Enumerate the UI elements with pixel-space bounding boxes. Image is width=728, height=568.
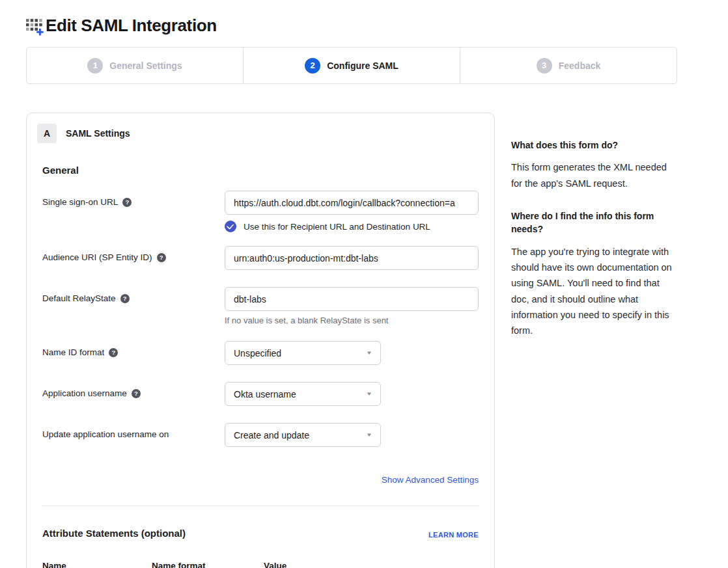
- help-icon[interactable]: ?: [122, 198, 132, 207]
- saml-form: Single sign-on URL? Use this for Recipie…: [42, 191, 479, 447]
- chevron-down-icon: ▼: [366, 391, 372, 397]
- saml-settings-panel: A SAML Settings General Single sign-on U…: [26, 113, 495, 568]
- section-a-badge: A: [37, 124, 57, 143]
- column-name-format: Name format: [152, 561, 264, 568]
- sso-url-label: Single sign-on URL?: [42, 191, 225, 207]
- relay-state-label-text: Default RelayState: [42, 293, 116, 303]
- form-row-name-id-format: Name ID format? Unspecified ▼: [42, 341, 479, 365]
- attribute-table-header: Name Name format Value: [42, 561, 479, 568]
- help-icon[interactable]: ?: [109, 348, 118, 357]
- advanced-link-row: Show Advanced Settings: [42, 474, 479, 485]
- app-username-select[interactable]: Okta username ▼: [225, 382, 381, 406]
- step-3-circle: 3: [537, 58, 552, 74]
- form-row-app-username: Application username? Okta username ▼: [42, 382, 479, 406]
- panel-header: A SAML Settings: [27, 113, 494, 143]
- page-title: Edit SAML Integration: [46, 16, 217, 36]
- sso-url-input[interactable]: [225, 191, 479, 215]
- help-sidebar: What does this form do? This form genera…: [511, 113, 675, 357]
- attribute-statements-heading: Attribute Statements (optional): [42, 528, 186, 539]
- relay-state-label: Default RelayState?: [42, 287, 225, 303]
- help-question-1: What does this form do?: [511, 139, 675, 152]
- attribute-statements-header: Attribute Statements (optional) LEARN MO…: [42, 528, 479, 539]
- update-username-value: Create and update: [234, 430, 309, 440]
- help-answer-1: This form generates the XML needed for t…: [511, 159, 675, 191]
- app-username-label: Application username?: [42, 382, 225, 398]
- step-2-circle: 2: [305, 58, 320, 74]
- column-value: Value: [264, 561, 287, 568]
- update-username-label-text: Update application username on: [42, 429, 169, 439]
- sso-url-field-col: Use this for Recipient URL and Destinati…: [225, 191, 479, 232]
- relay-state-field-col: If no value is set, a blank RelayState i…: [225, 287, 479, 325]
- name-id-format-value: Unspecified: [234, 348, 281, 358]
- page-header: Edit SAML Integration: [26, 16, 728, 36]
- step-1-label: General Settings: [109, 61, 182, 71]
- name-id-format-select[interactable]: Unspecified ▼: [225, 341, 381, 365]
- app-username-value: Okta username: [234, 389, 296, 399]
- column-name: Name: [42, 561, 152, 568]
- chevron-down-icon: ▼: [366, 432, 372, 438]
- relay-state-hint: If no value is set, a blank RelayState i…: [225, 316, 479, 325]
- update-username-label: Update application username on: [42, 423, 225, 439]
- step-3-label: Feedback: [559, 61, 601, 71]
- chevron-down-icon: ▼: [366, 350, 372, 356]
- step-feedback[interactable]: 3 Feedback: [460, 47, 677, 83]
- form-row-sso-url: Single sign-on URL? Use this for Recipie…: [42, 191, 479, 232]
- app-username-label-text: Application username: [42, 388, 127, 398]
- recipient-checkbox-label: Use this for Recipient URL and Destinati…: [244, 222, 430, 232]
- step-2-label: Configure SAML: [327, 61, 399, 71]
- name-id-format-label-text: Name ID format: [42, 347, 104, 357]
- panel-heading: SAML Settings: [66, 128, 130, 139]
- help-icon[interactable]: ?: [120, 294, 130, 303]
- step-general-settings[interactable]: 1 General Settings: [27, 47, 243, 83]
- form-row-relay-state: Default RelayState? If no value is set, …: [42, 287, 479, 325]
- sso-url-label-text: Single sign-on URL: [42, 197, 118, 207]
- step-1-circle: 1: [87, 58, 103, 74]
- form-row-update-username: Update application username on Create an…: [42, 423, 479, 447]
- audience-uri-label-text: Audience URI (SP Entity ID): [42, 252, 152, 262]
- form-row-audience-uri: Audience URI (SP Entity ID)?: [42, 246, 479, 270]
- name-id-format-label: Name ID format?: [42, 341, 225, 357]
- step-configure-saml[interactable]: 2 Configure SAML: [243, 47, 460, 83]
- audience-uri-input[interactable]: [225, 246, 479, 270]
- help-icon[interactable]: ?: [132, 389, 141, 398]
- general-section-heading: General: [42, 165, 479, 176]
- wizard-stepper: 1 General Settings 2 Configure SAML 3 Fe…: [26, 47, 677, 84]
- update-username-select[interactable]: Create and update ▼: [225, 423, 381, 447]
- section-divider: [42, 506, 479, 506]
- learn-more-link[interactable]: LEARN MORE: [428, 531, 479, 539]
- help-answer-2: The app you're trying to integrate with …: [511, 244, 675, 339]
- help-icon[interactable]: ?: [157, 253, 166, 262]
- recipient-checkbox-row: Use this for Recipient URL and Destinati…: [225, 221, 479, 232]
- help-question-2: Where do I find the info this form needs…: [511, 210, 675, 236]
- relay-state-input[interactable]: [225, 287, 479, 311]
- audience-uri-label: Audience URI (SP Entity ID)?: [42, 246, 225, 262]
- use-for-recipient-checkbox[interactable]: [225, 221, 236, 232]
- app-grid-icon: [26, 18, 44, 36]
- show-advanced-settings-link[interactable]: Show Advanced Settings: [382, 475, 479, 485]
- content-area: A SAML Settings General Single sign-on U…: [26, 113, 702, 568]
